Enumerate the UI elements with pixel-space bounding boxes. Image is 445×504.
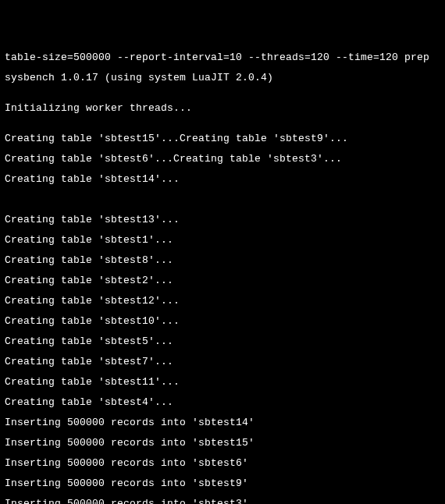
insert-line: Inserting 500000 records into 'sbtest14' [5, 417, 440, 428]
create-line: Creating table 'sbtest2'... [5, 275, 440, 286]
create-line: Creating table 'sbtest1'... [5, 235, 440, 245]
create-line: Creating table 'sbtest10'... [5, 316, 440, 326]
terminal-line: table-size=500000 --report-interval=10 -… [5, 52, 440, 62]
init-line: Initializing worker threads... [5, 103, 440, 113]
create-line: Creating table 'sbtest11'... [5, 377, 440, 387]
create-line: Creating table 'sbtest15'...Creating tab… [5, 133, 440, 144]
insert-line: Inserting 500000 records into 'sbtest3' [5, 499, 440, 504]
create-line: Creating table 'sbtest13'... [5, 215, 440, 225]
version-line: sysbench 1.0.17 (using system LuaJIT 2.0… [5, 73, 440, 83]
create-line: Creating table 'sbtest4'... [5, 397, 440, 407]
create-line: Creating table 'sbtest6'...Creating tabl… [5, 154, 440, 164]
create-line: Creating table 'sbtest5'... [5, 336, 440, 346]
insert-line: Inserting 500000 records into 'sbtest9' [5, 478, 440, 488]
create-line: Creating table 'sbtest8'... [5, 255, 440, 265]
create-line: Creating table 'sbtest14'... [5, 174, 440, 184]
create-line: Creating table 'sbtest12'... [5, 296, 440, 306]
insert-line: Inserting 500000 records into 'sbtest6' [5, 458, 440, 468]
insert-line: Inserting 500000 records into 'sbtest15' [5, 438, 440, 448]
create-line: Creating table 'sbtest7'... [5, 357, 440, 367]
